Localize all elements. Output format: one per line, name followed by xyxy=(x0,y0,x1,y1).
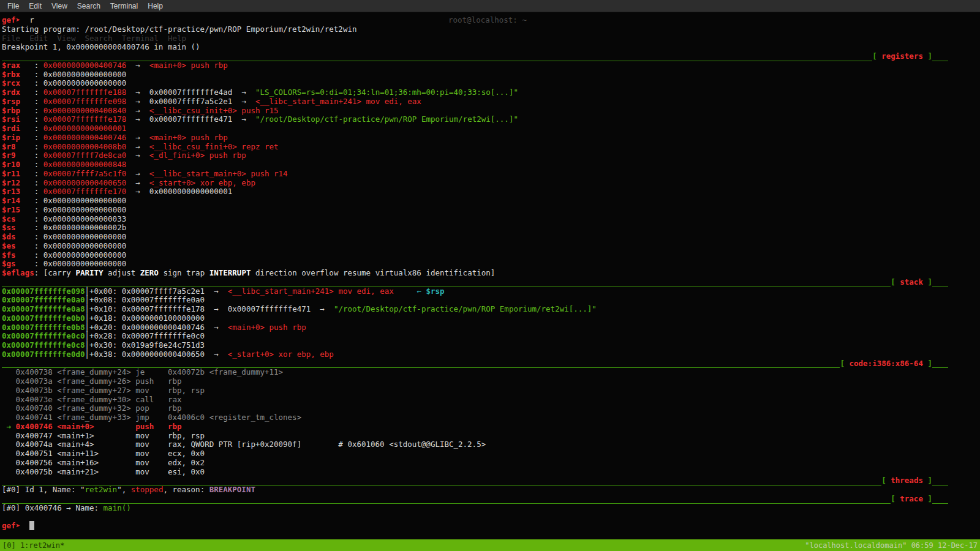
terminal-text-segment: : xyxy=(16,250,43,260)
terminal-text-segment: → xyxy=(205,304,228,313)
terminal-text-segment: ZERO xyxy=(140,268,159,277)
terminal-text-segment: 0x00007fffffffe0c8 xyxy=(2,340,85,350)
terminal-text-segment: 0x0000000000000848 xyxy=(43,160,126,169)
terminal-text-segment: │ xyxy=(85,304,89,313)
terminal-line: File Edit View Search Terminal Help xyxy=(2,34,980,43)
terminal-text-segment: 0x400738 <frame_dummy+24> je 0x40072b <f… xyxy=(2,367,283,377)
terminal-text-segment: <__libc_csu_fini+0> repz ret xyxy=(149,142,279,151)
section-title-bracket: ] xyxy=(923,51,932,61)
terminal-text-segment xyxy=(20,521,29,530)
terminal-text-segment: → xyxy=(311,304,334,313)
terminal-line: 0x40073b <frame_dummy+27> mov rbp, rsp xyxy=(2,386,980,395)
terminal-text-segment: → xyxy=(126,61,149,70)
section-title: [ code:i386:x86-64 ] xyxy=(840,359,932,369)
terminal-text-segment: → xyxy=(126,133,149,142)
terminal-text-segment: $es xyxy=(2,241,16,250)
terminal-text-segment: 0x400751 <main+11> mov ecx, 0x0 xyxy=(2,449,205,458)
terminal-line: gef➤ xyxy=(2,522,980,531)
terminal-text-segment: : xyxy=(20,178,43,187)
terminal-text-segment: +0x08: xyxy=(89,295,122,304)
separator-line xyxy=(932,502,948,504)
terminal-text-segment: $rip xyxy=(2,133,20,142)
separator-line xyxy=(932,484,948,485)
menu-view[interactable]: View xyxy=(47,1,72,12)
terminal-text-segment: BREAKPOINT xyxy=(209,485,255,494)
section-title: [ stack ] xyxy=(891,278,932,287)
section-title-bracket: [ xyxy=(840,359,849,368)
terminal-text-segment: 0x00007fffffffe4ad xyxy=(149,88,232,97)
section-title-bracket: [ xyxy=(872,51,881,61)
terminal-text-segment: 0x0000000000000001 xyxy=(149,187,232,196)
terminal-text-segment: <main+0> push rbp xyxy=(149,61,228,70)
section-title-bracket: ] xyxy=(923,277,932,287)
terminal-text-segment: adjust xyxy=(104,268,140,277)
terminal-text-segment: 0x40074a <main+4> mov rax, QWORD PTR [ri… xyxy=(2,440,486,449)
terminal-line: $rbx : 0x0000000000000000 xyxy=(2,70,980,80)
terminal-text-segment: direction overflow resume virtualx86 ide… xyxy=(251,268,495,277)
terminal-text-segment: │ xyxy=(85,323,89,332)
terminal-line: $rdi : 0x0000000000000001 xyxy=(2,124,980,133)
terminal-text-segment: → xyxy=(205,323,228,332)
terminal-text-segment: $r13 xyxy=(2,187,20,196)
terminal-text-segment: │ xyxy=(85,295,89,304)
terminal-text-segment: <__libc_start_main+241> mov edi, eax xyxy=(228,287,394,296)
terminal-screen[interactable]: root@localhost: ~ gef➤ rStarting program… xyxy=(0,12,980,539)
terminal-text-segment: : xyxy=(20,61,43,70)
terminal-line: Starting program: /root/Desktop/ctf-prac… xyxy=(2,25,980,34)
terminal-text-segment: $ss xyxy=(2,223,16,232)
terminal-line: $r8 : 0x00000000004008b0 → <__libc_csu_f… xyxy=(2,143,980,152)
terminal-line: 0x400747 <main+1> mov rbp, rsp xyxy=(2,432,980,441)
terminal-text-segment: <__libc_csu_init+0> push r15 xyxy=(149,106,279,115)
tmux-window-list[interactable]: [0] 1:ret2win* xyxy=(2,541,64,550)
terminal-text-segment: → xyxy=(232,114,255,124)
menu-terminal[interactable]: Terminal xyxy=(105,1,143,12)
terminal-text-segment: 0x400746 <main+0> push rbp xyxy=(16,422,182,431)
menu-edit[interactable]: Edit xyxy=(24,1,47,12)
terminal-text-segment: 0x0000000000000033 xyxy=(43,214,126,223)
terminal-line: 0x00007fffffffe0d0│+0x38: 0x000000000040… xyxy=(2,350,980,359)
terminal-text-segment: $rsp xyxy=(2,97,20,106)
terminal-text-segment: +0x38: xyxy=(89,350,122,359)
separator-line xyxy=(932,59,948,61)
terminal-text-segment: 0x0000000000400746 xyxy=(122,323,205,332)
terminal-line: 0x00007fffffffe0a8│+0x10: 0x00007fffffff… xyxy=(2,305,980,314)
menu-help[interactable]: Help xyxy=(143,1,168,12)
terminal-text-segment: 0x00007fffffffe0b0 xyxy=(2,313,85,323)
terminal-text-segment: $fs xyxy=(2,250,16,260)
terminal-text-segment: 0x40073a <frame_dummy+26> push rbp xyxy=(2,377,182,386)
terminal-line: $rsp : 0x00007fffffffe098 → 0x00007ffff7… xyxy=(2,97,980,107)
terminal-text-segment: 0x00007fffffffe170 xyxy=(43,187,126,196)
terminal-text-segment: 0x00007fffffffe0a0 xyxy=(122,295,205,304)
terminal-text-segment: : xyxy=(20,97,43,106)
terminal-text-segment: "LS_COLORS=rs=0:di=01;34:ln=01;36:mh=00:… xyxy=(255,88,518,97)
terminal-line: $rax : 0x0000000000400746 → <main+0> pus… xyxy=(2,61,980,70)
terminal-text-segment: <main+0> push rbp xyxy=(149,133,228,142)
terminal-line: $rcx : 0x0000000000000000 xyxy=(2,79,980,88)
terminal-text-segment: $r12 xyxy=(2,178,20,187)
ghost-window-title: root@localhost: ~ xyxy=(448,16,527,25)
menu-search[interactable]: Search xyxy=(72,1,105,12)
terminal-text-segment: Breakpoint 1, 0x0000000000400746 in main… xyxy=(2,42,200,51)
terminal-line: 0x00007fffffffe0c0│+0x28: 0x00007fffffff… xyxy=(2,332,980,341)
section-separator: [ stack ] xyxy=(2,278,980,287)
terminal-line: 0x400738 <frame_dummy+24> je 0x40072b <f… xyxy=(2,368,980,377)
terminal-text-segment: 0x00000000004008b0 xyxy=(43,142,126,151)
section-title-text: stack xyxy=(900,277,923,287)
terminal-text-segment: : xyxy=(20,70,43,79)
terminal-text-segment: 0x400740 <frame_dummy+32> pop rbp xyxy=(2,403,182,413)
terminal-text-segment: $r15 xyxy=(2,205,20,214)
terminal-text-segment: $ds xyxy=(2,232,16,241)
terminal-text-segment: sign trap xyxy=(159,268,209,277)
terminal-line: $rip : 0x0000000000400746 → <main+0> pus… xyxy=(2,133,980,143)
terminal-line: $r12 : 0x0000000000400650 → <_start+0> x… xyxy=(2,179,980,188)
separator-line xyxy=(932,285,948,287)
terminal-text-segment: +0x28: xyxy=(89,331,122,340)
terminal-line: 0x40073e <frame_dummy+30> call rax xyxy=(2,395,980,405)
terminal-text-segment: → xyxy=(205,350,228,359)
terminal-line: $rsi : 0x00007fffffffe178 → 0x00007fffff… xyxy=(2,115,980,124)
menu-file[interactable]: File xyxy=(2,1,24,12)
terminal-text-segment: 0x00007fffffffe178 xyxy=(43,114,126,124)
terminal-line: [#0] Id 1, Name: "ret2win", stopped, rea… xyxy=(2,485,980,495)
terminal-text-segment: → xyxy=(126,151,149,160)
terminal-text-segment: 0x00007ffff7a5c2e1 xyxy=(149,97,232,106)
